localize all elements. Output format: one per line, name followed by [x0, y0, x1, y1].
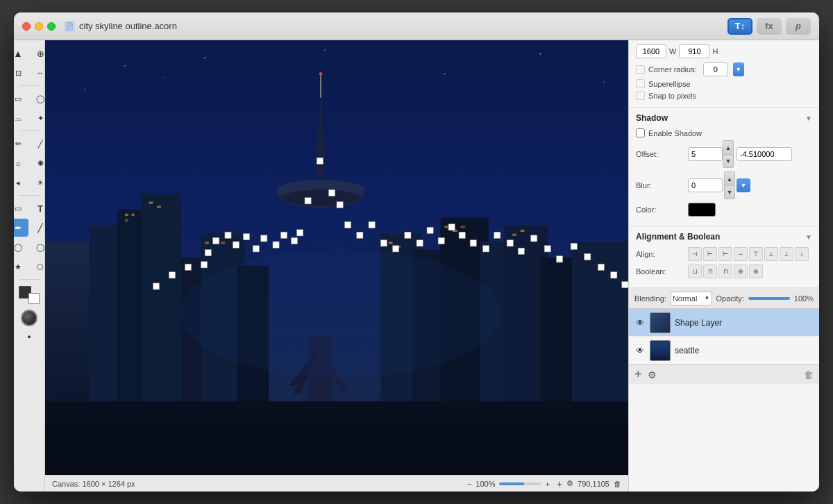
- height-input[interactable]: [679, 44, 709, 58]
- svg-rect-87: [531, 235, 537, 242]
- boolean-xor[interactable]: ⊕: [734, 264, 748, 278]
- superellipse-checkbox[interactable]: [636, 79, 645, 88]
- width-input[interactable]: [636, 44, 666, 58]
- align-left[interactable]: ⊣: [688, 247, 702, 261]
- boolean-subtract[interactable]: ⊓: [703, 264, 717, 278]
- offset-x-down[interactable]: ▼: [723, 154, 734, 168]
- width-label: W: [669, 47, 676, 56]
- offset-x-input[interactable]: [688, 147, 723, 161]
- select-tool[interactable]: ▲: [14, 44, 28, 62]
- layer-eye-shape[interactable]: 👁: [634, 317, 646, 328]
- path-btn[interactable]: p: [786, 18, 811, 35]
- layers-settings-icon[interactable]: ⚙: [648, 369, 657, 380]
- svg-rect-68: [317, 158, 323, 164]
- boolean-buttons: ⊔ ⊓ ⊓ ⊕ ⊗: [688, 264, 763, 278]
- text-tool-btn[interactable]: T↕: [727, 18, 752, 35]
- svg-rect-42: [389, 242, 393, 244]
- layer-shape-layer[interactable]: 👁 Shape Layer: [629, 309, 819, 337]
- align-spread-h[interactable]: ↔: [734, 247, 748, 261]
- snap-to-pixels-checkbox[interactable]: [636, 91, 645, 100]
- add-layer-footer-btn[interactable]: +: [634, 367, 642, 382]
- corner-radius-arrow[interactable]: ▼: [733, 62, 744, 76]
- blur-down[interactable]: ▼: [724, 185, 735, 199]
- quick-mask[interactable]: ◑: [14, 328, 17, 346]
- svg-point-1: [124, 65, 126, 67]
- align-center-h[interactable]: ⊥: [764, 247, 778, 261]
- svg-rect-60: [243, 233, 249, 240]
- svg-point-4: [444, 73, 445, 74]
- blur-arrow[interactable]: ▼: [737, 178, 750, 192]
- delete-layer-btn[interactable]: 🗑: [804, 369, 814, 380]
- layer-seattle[interactable]: 👁 seattle: [629, 337, 819, 364]
- dimensions-row: W H: [636, 44, 812, 58]
- shadow-section: Shadow ▼ Enable Shadow Offset: ▲ ▼: [629, 108, 819, 226]
- offset-x-stepper: ▲ ▼: [723, 140, 734, 168]
- blending-select[interactable]: Normal ▼: [671, 292, 712, 305]
- svg-rect-69: [328, 190, 335, 196]
- add-layer-btn[interactable]: +: [557, 478, 562, 489]
- enable-shadow-label: Enable Shadow: [648, 129, 702, 137]
- rect-shape-tool[interactable]: ▭: [14, 199, 28, 217]
- corner-radius-input[interactable]: [703, 62, 728, 76]
- maximize-button[interactable]: [47, 22, 56, 31]
- close-button[interactable]: [22, 22, 31, 31]
- crop-tool[interactable]: ⊡: [14, 64, 28, 82]
- opacity-slider[interactable]: [748, 297, 790, 300]
- gradient-tool2[interactable]: ●: [19, 328, 40, 346]
- settings-icon[interactable]: ⚙: [566, 479, 573, 488]
- layer-eye-seattle[interactable]: 👁: [634, 345, 646, 356]
- boolean-label: Boolean:: [636, 267, 688, 276]
- fill-tool[interactable]: ◂: [14, 174, 28, 192]
- titlebar-toolbar: T↕ fx p: [727, 18, 811, 35]
- shadow-chevron[interactable]: ▼: [805, 115, 812, 122]
- boolean-union[interactable]: ⊔: [688, 264, 702, 278]
- star-tool[interactable]: ★: [14, 258, 28, 276]
- minimize-button[interactable]: [35, 22, 43, 31]
- rect-select-tool[interactable]: ▭: [14, 90, 28, 108]
- align-top[interactable]: ⊤: [749, 247, 763, 261]
- corner-radius-checkbox[interactable]: [636, 65, 645, 74]
- svg-rect-57: [213, 237, 219, 244]
- shadow-color-swatch[interactable]: [688, 203, 716, 217]
- align-spread-v[interactable]: ↕: [795, 247, 809, 261]
- svg-point-23: [319, 72, 323, 76]
- color-circle[interactable]: [21, 310, 37, 326]
- svg-point-8: [165, 77, 166, 78]
- zoom-slider[interactable]: [499, 482, 541, 485]
- effects-btn[interactable]: fx: [757, 18, 782, 35]
- boolean-5[interactable]: ⊗: [749, 264, 763, 278]
- blur-input[interactable]: [688, 178, 723, 192]
- alignment-chevron[interactable]: ▼: [805, 233, 812, 241]
- zoom-level: 100%: [476, 480, 495, 488]
- svg-rect-91: [584, 253, 591, 260]
- eyedropper-tool[interactable]: ✏: [14, 135, 28, 153]
- enable-shadow-checkbox[interactable]: [636, 128, 645, 137]
- lasso-tool[interactable]: ⌓: [14, 109, 28, 127]
- zoom-minus-icon[interactable]: −: [467, 480, 471, 488]
- blur-stepper: ▲ ▼: [724, 171, 735, 199]
- vector-pen-tool[interactable]: ✒: [14, 219, 28, 237]
- trash-icon[interactable]: 🗑: [614, 480, 621, 488]
- align-center-v[interactable]: ⊢: [703, 247, 717, 261]
- canvas-image[interactable]: [45, 40, 628, 475]
- align-right[interactable]: ⊢: [718, 247, 732, 261]
- statusbar-actions: + ⚙ 790,1105 🗑: [557, 478, 621, 489]
- svg-rect-36: [125, 219, 128, 221]
- ellipse-shape-tool[interactable]: ◯: [14, 238, 28, 256]
- blur-label: Blur:: [636, 181, 688, 190]
- boolean-intersect[interactable]: ⊓: [718, 264, 732, 278]
- eraser-tool[interactable]: ⌂: [14, 154, 28, 172]
- blur-up[interactable]: ▲: [724, 171, 735, 185]
- height-label: H: [712, 47, 718, 56]
- fg-bg-colors[interactable]: [19, 286, 40, 304]
- background-color[interactable]: [28, 293, 40, 304]
- dimensions-section: W H Corner radius: ▼ Supe: [629, 40, 819, 108]
- offset-y-input[interactable]: [737, 147, 792, 161]
- traffic-lights: [22, 22, 56, 31]
- canvas-area: Canvas: 1600 × 1264 px − 100% + + ⚙ 790,…: [45, 40, 628, 492]
- zoom-plus-icon[interactable]: +: [545, 480, 549, 488]
- offset-x-up[interactable]: ▲: [723, 140, 734, 154]
- svg-point-3: [324, 49, 326, 51]
- align-bottom[interactable]: ⊥: [780, 247, 793, 261]
- svg-rect-34: [125, 214, 128, 216]
